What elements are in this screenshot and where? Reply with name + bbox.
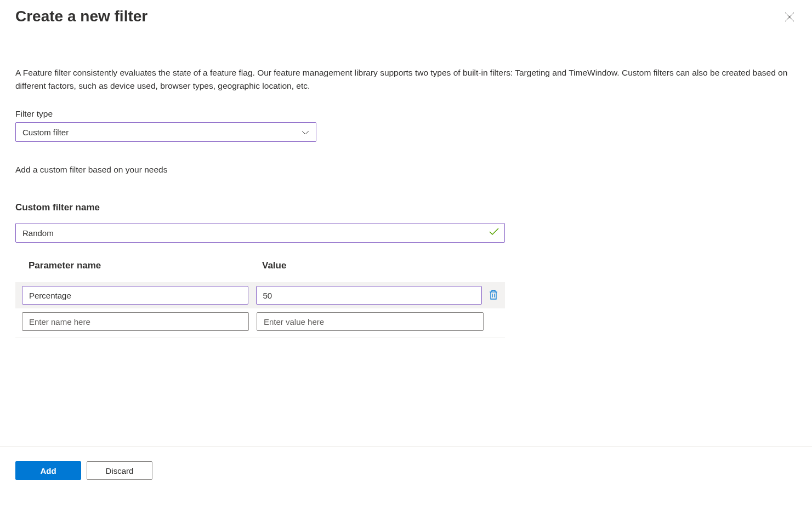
filter-type-label: Filter type: [15, 109, 797, 119]
parameter-table: Parameter name Value: [15, 260, 505, 337]
param-name-input-empty[interactable]: [22, 312, 249, 331]
add-button[interactable]: Add: [15, 461, 81, 480]
discard-button[interactable]: Discard: [87, 461, 152, 480]
param-header-value: Value: [262, 260, 286, 271]
close-icon: [785, 15, 794, 24]
trash-icon: [489, 289, 498, 302]
param-table-divider: [15, 337, 505, 337]
param-value-input[interactable]: [256, 286, 482, 305]
chevron-down-icon: [302, 128, 309, 137]
param-row-empty: [15, 308, 505, 335]
close-button[interactable]: [782, 10, 797, 26]
filter-type-select[interactable]: Custom filter: [15, 122, 316, 142]
param-row-active: [15, 282, 505, 308]
description-text: A Feature filter consistently evaluates …: [15, 66, 797, 93]
param-header-name: Parameter name: [29, 260, 262, 271]
custom-filter-name-input[interactable]: [22, 228, 489, 238]
delete-row-button[interactable]: [486, 287, 501, 304]
custom-filter-subtext: Add a custom filter based on your needs: [15, 165, 797, 175]
checkmark-icon: [489, 228, 499, 238]
param-name-input[interactable]: [22, 286, 248, 305]
page-title: Create a new filter: [15, 8, 147, 25]
param-value-input-empty[interactable]: [257, 312, 484, 331]
filter-type-selected-text: Custom filter: [22, 128, 69, 137]
custom-filter-name-label: Custom filter name: [15, 202, 797, 213]
